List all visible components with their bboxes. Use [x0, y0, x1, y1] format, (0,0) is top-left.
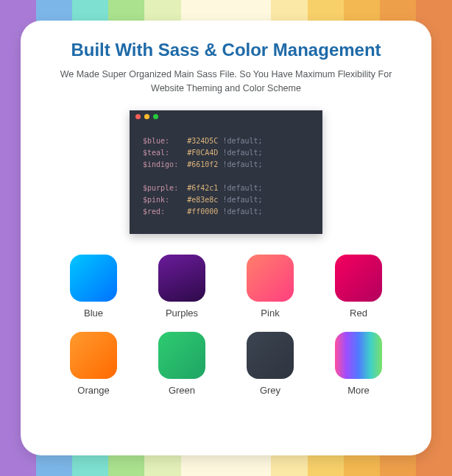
feature-card: Built With Sass & Color Management We Ma…: [21, 21, 431, 455]
close-icon: [135, 114, 141, 119]
swatch-label: Pink: [261, 308, 279, 319]
swatch-chip: [158, 255, 205, 302]
minimize-icon: [144, 114, 149, 119]
color-swatch-grid: BluePurplesPinkRedOrangeGreenGreyMore: [64, 255, 388, 396]
zoom-icon: [153, 114, 158, 119]
code-window: $blue: #324D5C !default; $teal: #F0CA4D …: [130, 110, 322, 234]
swatch-chip: [335, 332, 382, 379]
swatch-chip: [158, 332, 205, 379]
swatch-label: Green: [169, 385, 195, 396]
color-swatch[interactable]: Green: [152, 332, 211, 396]
window-titlebar: [130, 110, 322, 124]
color-swatch[interactable]: Orange: [64, 332, 123, 396]
swatch-chip: [70, 255, 117, 302]
card-subtitle: We Made Super Organized Main Sass File. …: [49, 68, 403, 96]
swatch-chip: [247, 332, 294, 379]
color-swatch[interactable]: More: [329, 332, 388, 396]
color-swatch[interactable]: Grey: [241, 332, 300, 396]
color-swatch[interactable]: Pink: [241, 255, 300, 319]
color-swatch[interactable]: Purples: [152, 255, 211, 319]
swatch-label: More: [347, 385, 370, 396]
swatch-label: Purples: [166, 308, 198, 319]
swatch-chip: [70, 332, 117, 379]
swatch-chip: [335, 255, 382, 302]
swatch-label: Blue: [84, 308, 103, 319]
sass-code-block: $blue: #324D5C !default; $teal: #F0CA4D …: [130, 124, 322, 234]
swatch-label: Orange: [77, 385, 109, 396]
swatch-label: Red: [350, 308, 367, 319]
swatch-chip: [247, 255, 294, 302]
color-swatch[interactable]: Red: [329, 255, 388, 319]
color-swatch[interactable]: Blue: [64, 255, 123, 319]
swatch-label: Grey: [260, 385, 280, 396]
card-title: Built With Sass & Color Management: [71, 40, 381, 60]
